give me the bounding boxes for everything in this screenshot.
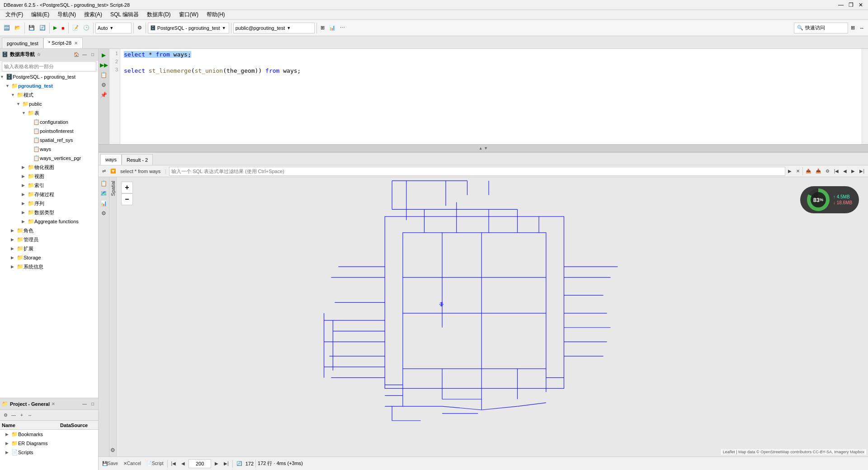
run-btn[interactable]: ▶ — [52, 22, 59, 34]
toolbar-extra-1[interactable]: ⊞ — [849, 22, 857, 34]
result-nav-prev[interactable]: ◀ — [841, 166, 849, 176]
nav-next-btn[interactable]: ▶ — [213, 459, 220, 469]
menu-item-h[interactable]: 帮助(H) — [203, 10, 229, 19]
project-item-0[interactable]: ▶ 📁 Bookmarks — [0, 430, 98, 439]
zoom-input[interactable] — [189, 459, 211, 468]
tree-item-2[interactable]: ▼📁模式 — [0, 90, 98, 99]
menu-item-sql[interactable]: SQL 编辑器 — [107, 10, 142, 19]
result-filter-input[interactable] — [169, 167, 785, 176]
history-btn[interactable]: 🕒 — [81, 22, 91, 34]
quick-access-box[interactable]: 🔍 快速访问 — [794, 23, 848, 33]
tree-item-0[interactable]: ▼🗄️PostgreSQL - pgrouting_test — [0, 72, 98, 81]
tree-item-18[interactable]: ▶📁管理员 — [0, 235, 98, 244]
save-btn[interactable]: 💾 Save — [100, 459, 120, 469]
editor-scrollbar[interactable] — [862, 49, 868, 144]
tree-item-9[interactable]: 📋ways_vertices_pgr — [0, 154, 98, 163]
tree-item-16[interactable]: ▶📁Aggregate functions — [0, 217, 98, 226]
editor-tab-1[interactable]: * Script-28✕ — [43, 38, 83, 48]
result-clear-btn[interactable]: ✕ — [794, 166, 802, 176]
result-tab-1[interactable]: Result - 2 — [122, 154, 153, 165]
result-nav-first[interactable]: |◀ — [832, 166, 841, 176]
result-apply-btn[interactable]: ▶ — [786, 166, 793, 176]
result-nav-last[interactable]: ▶| — [858, 166, 866, 176]
stop-btn[interactable]: ■ — [60, 22, 66, 34]
restore-button[interactable]: ❐ — [847, 1, 854, 9]
refresh-btn[interactable]: 🔄 — [38, 22, 47, 34]
spatial-label[interactable]: Spatial — [109, 177, 117, 200]
zoom-out-btn[interactable]: − — [121, 193, 133, 205]
result-refresh-btn[interactable]: ⇌ — [100, 166, 108, 176]
nav-last-btn[interactable]: ▶| — [222, 459, 231, 469]
project-remove-btn[interactable]: — — [10, 412, 17, 419]
menu-item-e[interactable]: 编辑(E) — [28, 10, 53, 19]
chart-btn[interactable]: 📊 — [327, 22, 337, 34]
open-btn[interactable]: 📂 — [13, 22, 23, 34]
project-item-1[interactable]: ▶ 📁 ER Diagrams — [0, 439, 98, 448]
zoom-in-btn[interactable]: + — [121, 182, 133, 193]
result-tab-0[interactable]: ways — [100, 154, 122, 165]
tree-item-10[interactable]: ▶📁物化视图 — [0, 163, 98, 172]
tree-item-7[interactable]: 📋spatial_ref_sys — [0, 136, 98, 145]
result-left-btn-3[interactable]: 📊 — [99, 199, 108, 208]
save-btn[interactable]: 💾 — [27, 22, 37, 34]
project-expand-btn[interactable]: ↔ — [26, 412, 33, 419]
project-item-2[interactable]: ▶ 📄 Scripts — [0, 448, 98, 457]
project-maximize[interactable]: □ — [89, 400, 96, 408]
result-left-btn-1[interactable]: 📋 — [99, 179, 108, 188]
menu-item-n[interactable]: 导航(N) — [54, 10, 80, 19]
project-minimize[interactable]: — — [81, 400, 88, 408]
result-left-btn-4[interactable]: ⚙ — [99, 209, 108, 218]
project-add-btn[interactable]: + — [18, 412, 25, 419]
grid-btn[interactable]: ⊞ — [319, 22, 326, 34]
toolbar-extra-2[interactable]: ↔ — [858, 22, 866, 34]
close-button[interactable]: ✕ — [857, 1, 864, 9]
db-nav-maximize[interactable]: □ — [89, 51, 96, 58]
result-nav-next[interactable]: ▶ — [849, 166, 857, 176]
menu-item-d[interactable]: 数据库(D) — [143, 10, 175, 19]
tree-item-6[interactable]: 📋pointsofinterest — [0, 127, 98, 136]
db-connection-combo[interactable]: 🗄️ PostgreSQL - pgrouting_test ▼ — [148, 23, 229, 33]
schema-combo[interactable]: public@pgrouting_test ▼ — [233, 23, 315, 33]
spatial-settings-btn[interactable]: ⚙ — [108, 446, 118, 455]
auto-combo[interactable]: Auto ▼ — [95, 23, 132, 33]
result-import-btn[interactable]: 📥 — [814, 166, 823, 176]
settings-btn[interactable]: ⚙ — [136, 22, 144, 34]
db-nav-minimize[interactable]: — — [81, 51, 88, 58]
tree-item-20[interactable]: ▶📁Storage — [0, 253, 98, 262]
tree-item-17[interactable]: ▶📁角色 — [0, 226, 98, 235]
nav-prev-btn[interactable]: ◀ — [179, 459, 187, 469]
tree-item-5[interactable]: 📋configuration — [0, 118, 98, 127]
tree-item-21[interactable]: ▶📁系统信息 — [0, 262, 98, 271]
editor-collapse-btn[interactable]: ▲ ▼ — [99, 144, 868, 152]
db-nav-btn-project[interactable]: 🏠 — [73, 51, 80, 58]
tree-item-11[interactable]: ▶📁视图 — [0, 172, 98, 181]
minimize-button[interactable]: — — [837, 1, 844, 9]
tab-close-1[interactable]: ✕ — [74, 41, 78, 46]
menu-item-a[interactable]: 搜索(A) — [80, 10, 106, 19]
result-left-btn-2[interactable]: 🗺️ — [99, 189, 108, 198]
format-btn[interactable]: 📝 — [71, 22, 80, 34]
tree-item-3[interactable]: ▼📁public — [0, 99, 98, 108]
editor-text-area[interactable]: select * from ways; select st_linemerge(… — [120, 49, 862, 144]
db-search-input[interactable] — [2, 61, 96, 71]
editor-extra-btn[interactable]: 📌 — [99, 90, 108, 99]
run-query-btn[interactable]: ▶ — [99, 51, 108, 60]
tree-item-14[interactable]: ▶📁序列 — [0, 199, 98, 208]
refresh-count-btn[interactable]: 🔄 — [235, 459, 244, 469]
tree-item-1[interactable]: ▼📁pgrouting_test — [0, 81, 98, 90]
tree-item-4[interactable]: ▼📁表 — [0, 108, 98, 118]
menu-item-w[interactable]: 窗口(W) — [175, 10, 202, 19]
editor-settings-btn[interactable]: ⚙ — [99, 80, 108, 89]
project-settings-btn[interactable]: ⚙ — [2, 412, 9, 419]
tree-item-13[interactable]: ▶📁存储过程 — [0, 190, 98, 199]
menu-item-f[interactable]: 文件(F) — [2, 10, 27, 19]
new-btn[interactable]: 🆕 — [2, 22, 12, 34]
tree-item-19[interactable]: ▶📁扩展 — [0, 244, 98, 253]
result-settings-btn[interactable]: ⚙ — [824, 166, 831, 176]
script-btn[interactable]: 📄 Script — [145, 459, 165, 469]
editor-tab-0[interactable]: pgrouting_test — [2, 38, 43, 48]
result-export-btn[interactable]: 📤 — [804, 166, 813, 176]
more-btn[interactable]: ⋯ — [338, 22, 347, 34]
run-script-btn[interactable]: ▶▶ — [99, 61, 108, 70]
nav-first-btn[interactable]: |◀ — [170, 459, 178, 469]
